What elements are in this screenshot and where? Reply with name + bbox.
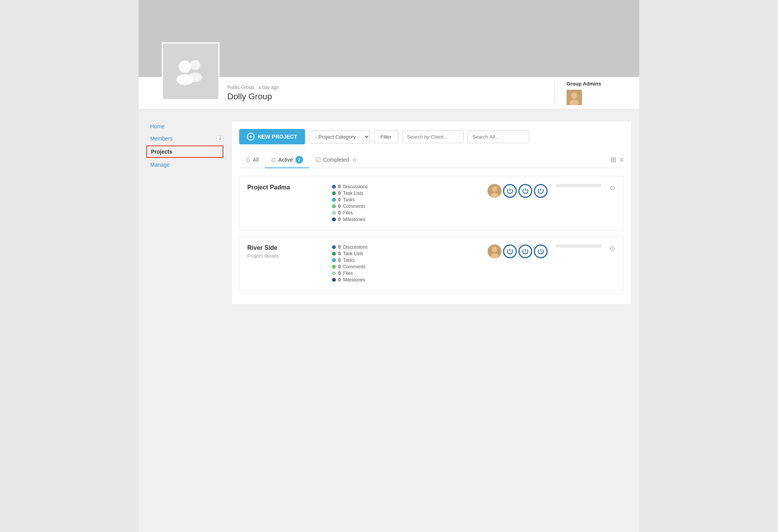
list-view-button[interactable]: ≡ (619, 156, 624, 164)
clock-icon: ⊙ (271, 156, 276, 164)
stat-dot (332, 271, 336, 275)
stat-count: 0 (338, 217, 341, 222)
tab-all-label: All (253, 157, 259, 163)
sidebar: Home Members 4 Projects Manage (146, 121, 223, 305)
power-button-2[interactable] (518, 244, 532, 258)
stat-count: 0 (338, 271, 341, 276)
sidebar-item-home[interactable]: Home (146, 121, 223, 132)
main-content: Home Members 4 Projects Manage + (139, 109, 639, 316)
stat-count: 0 (338, 251, 341, 256)
stat-item: 0 Comments (332, 264, 480, 269)
stat-item: 0 Task Lists (332, 191, 480, 196)
sidebar-link-projects[interactable]: Projects (146, 146, 223, 158)
stat-dot (332, 204, 336, 208)
tab-active-label: Active (278, 157, 293, 163)
power-button-1[interactable] (503, 184, 517, 198)
project-settings-button[interactable]: ⚙ (609, 184, 615, 192)
group-admins-title: Group Admins (567, 81, 601, 87)
stat-label: Discussions (343, 184, 368, 189)
project-card: Project Padma 0 Discussions 0 Task Lists… (239, 176, 624, 230)
sidebar-nav: Home Members 4 Projects Manage (146, 121, 223, 170)
stat-count: 0 (338, 197, 341, 202)
search-all-input[interactable] (468, 130, 529, 143)
stat-count: 0 (338, 244, 341, 250)
svg-point-14 (492, 247, 497, 252)
stat-label: Milestones (343, 217, 365, 222)
stat-label: Comments (343, 264, 366, 269)
svg-point-8 (492, 186, 497, 192)
sidebar-link-manage[interactable]: Manage (146, 159, 223, 170)
sidebar-item-members[interactable]: Members 4 (146, 133, 223, 144)
tab-active[interactable]: ⊙ Active 2 (265, 152, 309, 168)
project-card: River Side Project details 0 Discussions… (239, 236, 624, 291)
group-admins-section: Group Admins (555, 81, 632, 105)
project-members (488, 184, 548, 198)
project-list: Project Padma 0 Discussions 0 Task Lists… (239, 176, 624, 291)
sidebar-link-members[interactable]: Members (146, 133, 223, 144)
all-icon: ⊙ (245, 156, 250, 164)
progress-bar (555, 244, 602, 248)
power-button-1[interactable] (503, 244, 517, 258)
search-client-input[interactable] (402, 130, 464, 143)
project-settings-button[interactable]: ⚙ (609, 244, 615, 253)
progress-bar (555, 184, 602, 187)
stat-item: 0 Discussions (332, 244, 480, 250)
project-name: Project Padma (247, 184, 324, 191)
new-project-button[interactable]: + NEW PROJECT (239, 129, 305, 144)
tab-all[interactable]: ⊙ All (239, 152, 265, 168)
stat-label: Discussions (343, 244, 368, 250)
stat-item: 0 Tasks (332, 197, 480, 202)
grid-view-button[interactable]: ⊞ (610, 156, 616, 164)
stat-dot (332, 252, 336, 256)
check-icon: ☑ (315, 156, 321, 164)
group-avatar-icon (171, 52, 210, 90)
stat-item: 0 Task Lists (332, 251, 480, 256)
svg-point-5 (571, 92, 577, 99)
member-thumbnail (488, 184, 501, 198)
tab-view-icons: ⊞ ≡ (610, 156, 624, 164)
project-members (488, 244, 548, 258)
stat-dot (332, 198, 336, 202)
members-badge: 4 (216, 136, 223, 142)
stat-dot (332, 245, 336, 249)
plus-circle-icon: + (247, 133, 255, 141)
stat-item: 0 Tasks (332, 258, 480, 263)
sidebar-item-projects[interactable]: Projects (146, 146, 223, 158)
sidebar-link-home[interactable]: Home (146, 121, 223, 132)
stat-count: 0 (338, 184, 341, 189)
tab-completed[interactable]: ☑ Completed 0 (309, 152, 362, 168)
filter-button[interactable]: Filter (374, 130, 398, 143)
stat-label: Milestones (343, 277, 365, 283)
group-type: Public Group (227, 85, 254, 90)
stat-count: 0 (338, 191, 341, 196)
sidebar-item-manage[interactable]: Manage (146, 159, 223, 170)
stat-item: 0 Discussions (332, 184, 480, 189)
power-button-2[interactable] (518, 184, 532, 198)
project-progress (555, 244, 602, 248)
stat-count: 0 (338, 210, 341, 216)
project-progress (555, 184, 602, 187)
svg-point-0 (179, 60, 191, 73)
power-button-3[interactable] (534, 244, 548, 258)
stat-item: 0 Milestones (332, 277, 480, 283)
active-badge: 2 (295, 156, 303, 164)
group-meta: Public Group a day ago Dolly Group (227, 85, 555, 102)
stat-dot (332, 217, 336, 221)
project-stats: 0 Discussions 0 Task Lists 0 Tasks 0 Com… (332, 184, 480, 222)
project-info: River Side Project details (247, 244, 324, 259)
tabs: ⊙ All ⊙ Active 2 ☑ Completed 0 ⊞ ≡ (239, 152, 624, 168)
svg-point-3 (188, 73, 202, 82)
project-name: River Side (247, 244, 324, 251)
stat-item: 0 Comments (332, 204, 480, 209)
group-name: Dolly Group (227, 92, 555, 102)
category-select[interactable]: - Project Category - (309, 130, 370, 144)
stat-dot (332, 185, 336, 189)
svg-point-2 (190, 60, 200, 70)
power-button-3[interactable] (534, 184, 548, 198)
project-stats: 0 Discussions 0 Task Lists 0 Tasks 0 Com… (332, 244, 480, 283)
stat-count: 0 (338, 277, 341, 283)
member-thumbnail (488, 244, 501, 258)
projects-panel: + NEW PROJECT - Project Category - Filte… (231, 121, 632, 305)
stat-label: Task Lists (343, 191, 364, 196)
stat-item: 0 Files (332, 271, 480, 276)
